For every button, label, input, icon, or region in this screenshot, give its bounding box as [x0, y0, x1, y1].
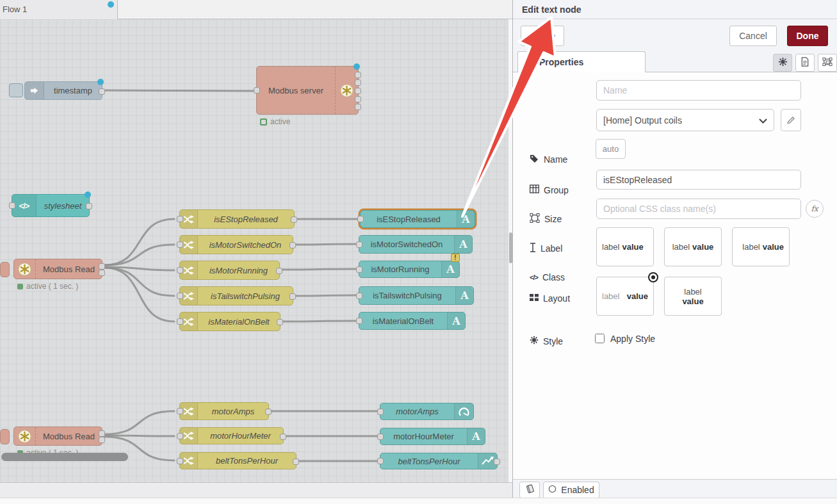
- flow-node-change-isMotorRunning[interactable]: isMotorRunning: [179, 261, 280, 280]
- input-port[interactable]: [254, 87, 260, 93]
- flow-node-modbus-read-2[interactable]: Modbus Read: [13, 427, 102, 446]
- flow-node-modbus-server[interactable]: Modbus server: [256, 66, 359, 115]
- text-A-icon: A: [447, 313, 465, 329]
- layout-option-value: value: [763, 242, 784, 252]
- input-port[interactable]: [356, 266, 362, 273]
- cancel-button[interactable]: Cancel: [729, 26, 777, 46]
- input-port[interactable]: [356, 318, 362, 324]
- ibeam-icon: [530, 243, 536, 254]
- output-port[interactable]: [355, 79, 361, 86]
- input-port[interactable]: [377, 458, 384, 464]
- input-port[interactable]: [177, 293, 183, 299]
- input-port[interactable]: [377, 434, 384, 440]
- vertical-scrollbar-track[interactable]: [508, 19, 512, 482]
- input-port[interactable]: [357, 216, 364, 222]
- enabled-toggle-button[interactable]: Enabled: [543, 482, 599, 498]
- input-port[interactable]: [377, 409, 384, 415]
- node-label: isMotorSwitchedOn: [198, 236, 293, 254]
- description-tab-button[interactable]: [795, 54, 815, 72]
- input-port[interactable]: [177, 433, 183, 439]
- node-label: isMaterialOnBelt: [198, 313, 280, 330]
- done-button[interactable]: Done: [787, 26, 828, 46]
- output-port[interactable]: [289, 242, 296, 248]
- output-port[interactable]: [280, 434, 286, 440]
- output-port[interactable]: [293, 459, 299, 465]
- inject-arrow-icon: [25, 82, 44, 99]
- output-port[interactable]: [265, 409, 272, 415]
- class-expression-button[interactable]: fx: [806, 200, 824, 218]
- layout-option-spread[interactable]: labelvalue: [596, 277, 654, 316]
- tab-properties[interactable]: Properties: [517, 51, 646, 72]
- name-input[interactable]: [596, 80, 801, 101]
- output-port[interactable]: [291, 216, 297, 223]
- class-field-label: </> Class: [530, 272, 565, 282]
- properties-gear-tab-button[interactable]: [773, 54, 792, 72]
- flow-node-modbus-read-1[interactable]: Modbus Read: [13, 259, 102, 279]
- output-port[interactable]: [355, 72, 361, 78]
- output-port[interactable]: [99, 430, 105, 437]
- output-port[interactable]: [99, 437, 105, 443]
- input-port[interactable]: [356, 293, 362, 299]
- flow-node-ui-motorAmps[interactable]: motorAmps: [380, 403, 474, 420]
- input-port[interactable]: [356, 241, 362, 248]
- group-select[interactable]: [Home] Output coils: [596, 109, 774, 131]
- flow-node-change-motorAmps[interactable]: motorAmps: [179, 402, 269, 420]
- flow-node-stylesheet[interactable]: </>stylesheet: [12, 194, 90, 217]
- output-port[interactable]: [355, 104, 361, 110]
- flow-node-timestamp[interactable]: timestamp: [24, 81, 102, 100]
- flow-node-text-isMotorRunning[interactable]: isMotorRunningA!: [359, 261, 460, 278]
- flow-node-change-isEStopReleased[interactable]: isEStopReleased: [179, 209, 295, 229]
- layout-option-right[interactable]: labelvalue: [732, 227, 790, 266]
- flow-node-change-beltTonsPerHour[interactable]: beltTonsPerHour: [179, 452, 297, 469]
- status-dot-icon: [17, 284, 23, 289]
- layout-option-left[interactable]: labelvalue: [596, 227, 654, 266]
- horizontal-scrollbar[interactable]: [1, 453, 128, 461]
- node-label: Modbus Read: [36, 259, 102, 279]
- flow-node-text-isTailswitchPulsing[interactable]: isTailswitchPulsingA: [359, 286, 474, 305]
- flow-node-text-isMaterialOnBelt[interactable]: isMaterialOnBeltA: [359, 312, 466, 330]
- delete-button[interactable]: Delete: [521, 26, 564, 46]
- layout-option-stacked[interactable]: labelvalue: [664, 277, 722, 316]
- layout-option-center[interactable]: labelvalue: [664, 227, 722, 266]
- input-port[interactable]: [177, 216, 183, 222]
- flow-node-ui-beltTonsPerHour[interactable]: beltTonsPerHour: [380, 453, 498, 469]
- layout-option-value: value: [682, 297, 703, 306]
- label-input[interactable]: [596, 170, 801, 190]
- document-icon: [800, 57, 809, 69]
- flow-node-change-isTailswitchPulsing[interactable]: isTailswitchPulsing: [179, 286, 293, 305]
- flow-node-change-isMaterialOnBelt[interactable]: isMaterialOnBelt: [179, 312, 280, 331]
- apply-style-checkbox[interactable]: [595, 334, 605, 343]
- output-port[interactable]: [355, 96, 361, 102]
- size-frame-icon: [530, 213, 540, 225]
- input-port[interactable]: [9, 202, 15, 209]
- flow-node-text-isMotorSwitchedOn[interactable]: isMotorSwitchedOnA: [359, 235, 473, 254]
- output-port[interactable]: [99, 263, 105, 270]
- output-port[interactable]: [99, 88, 105, 95]
- flow-node-ui-motorHourMeter[interactable]: motorHourMeterA: [380, 428, 485, 445]
- output-port[interactable]: [276, 268, 282, 274]
- node-label: motorAmps: [380, 403, 454, 419]
- output-port[interactable]: [99, 270, 105, 276]
- flow-node-change-motorHourMeter[interactable]: motorHourMeter: [179, 427, 284, 444]
- edit-group-button[interactable]: [781, 109, 801, 131]
- output-port[interactable]: [494, 459, 500, 465]
- input-port[interactable]: [177, 318, 183, 325]
- output-port[interactable]: [289, 293, 296, 300]
- inject-button[interactable]: [9, 83, 23, 97]
- input-port[interactable]: [177, 408, 183, 414]
- output-port[interactable]: [86, 203, 92, 209]
- class-input[interactable]: [596, 199, 801, 219]
- fx-icon: fx: [811, 204, 818, 213]
- flow-node-change-isMotorSwitchedOn[interactable]: isMotorSwitchedOn: [179, 235, 293, 254]
- node-info-book-button[interactable]: [519, 482, 540, 498]
- input-port[interactable]: [177, 267, 183, 273]
- size-auto-button[interactable]: auto: [596, 139, 626, 159]
- flow-node-text-isEStopReleased[interactable]: isEStopReleasedA: [360, 210, 475, 228]
- input-port[interactable]: [177, 241, 183, 248]
- text-A-icon: A: [441, 261, 459, 277]
- layout-option-label: label: [602, 242, 619, 252]
- output-port[interactable]: [277, 319, 283, 325]
- input-port[interactable]: [177, 458, 183, 464]
- appearance-tab-button[interactable]: [818, 54, 837, 72]
- output-port[interactable]: [355, 88, 361, 94]
